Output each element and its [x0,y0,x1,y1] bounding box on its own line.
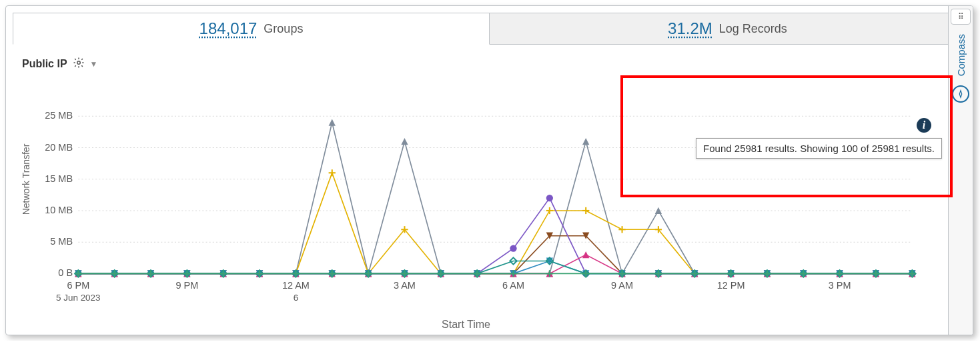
info-tooltip: Found 25981 results. Showing 100 of 2598… [696,138,942,159]
tab-bar: 184,017 Groups 31.2M Log Records [13,13,966,45]
tab-groups[interactable]: 184,017 Groups [13,13,490,45]
svg-text:3 AM: 3 AM [394,280,416,291]
svg-marker-182 [582,251,589,258]
side-rail: ⠿ Compass [948,6,973,335]
chevron-down-icon[interactable]: ▼ [90,59,98,69]
svg-text:25 MB: 25 MB [45,110,73,121]
tab-groups-label: Groups [264,22,303,36]
panel-title: Public IP [22,58,67,70]
svg-text:6 AM: 6 AM [502,280,524,291]
gear-icon[interactable] [73,57,85,71]
svg-marker-62 [582,138,589,145]
svg-marker-55 [329,119,336,126]
info-icon[interactable]: i [917,118,931,133]
svg-text:12 PM: 12 PM [717,280,745,291]
svg-text:6 PM: 6 PM [67,280,89,291]
tab-groups-count[interactable]: 184,017 [199,19,258,38]
chart-x-axis-label: Start Time [6,319,926,331]
svg-text:5 Jun 2023: 5 Jun 2023 [56,293,100,303]
svg-text:5 MB: 5 MB [50,236,73,247]
panel-heading: Public IP ▼ [22,57,959,71]
svg-text:12 AM: 12 AM [282,280,310,291]
svg-point-156 [510,245,516,251]
svg-text:20 MB: 20 MB [45,142,73,153]
dashboard-frame: 184,017 Groups 31.2M Log Records Public … [5,5,973,335]
svg-point-0 [77,61,80,65]
tab-log-records-label: Log Records [719,22,787,36]
compass-button[interactable]: Compass [955,34,967,76]
tab-log-records[interactable]: 31.2M Log Records [489,13,966,45]
tab-log-records-count[interactable]: 31.2M [668,19,712,38]
svg-marker-288 [959,91,962,98]
svg-text:15 MB: 15 MB [45,173,73,184]
compass-icon[interactable] [952,85,969,103]
svg-text:3 PM: 3 PM [829,280,851,291]
svg-point-157 [546,195,553,201]
svg-text:9 AM: 9 AM [611,280,633,291]
drag-handle-icon[interactable]: ⠿ [951,9,971,25]
svg-marker-57 [401,138,408,145]
svg-text:10 MB: 10 MB [45,205,73,215]
svg-text:0 B: 0 B [58,268,73,279]
svg-text:6: 6 [294,293,298,303]
svg-text:9 PM: 9 PM [175,280,198,291]
